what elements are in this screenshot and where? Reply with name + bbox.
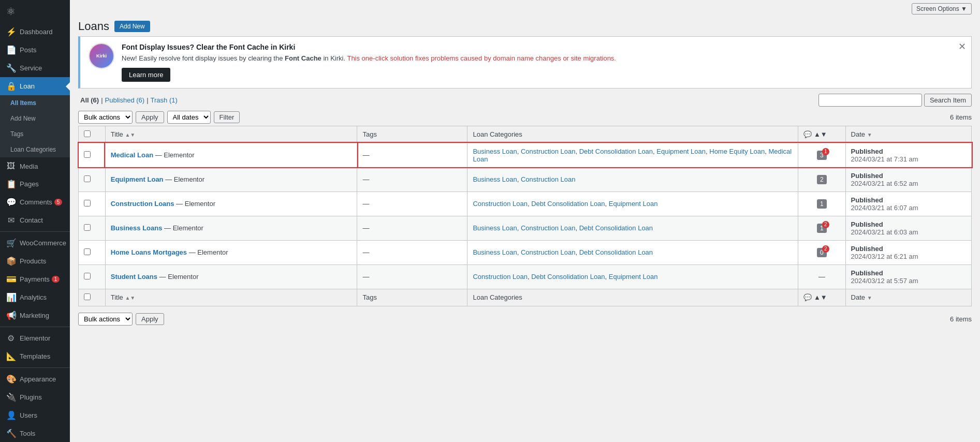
row-title-cell: Equipment Loan — Elementor xyxy=(105,167,357,191)
sidebar-item-tools[interactable]: 🔨 Tools xyxy=(0,424,70,442)
filter-button-top[interactable]: Filter xyxy=(214,111,240,123)
date-sort-link-bottom[interactable]: Date ▼ xyxy=(851,293,872,301)
sidebar-item-posts[interactable]: 📄 Posts xyxy=(0,41,70,59)
payments-icon: 💳 xyxy=(6,274,16,284)
category-link[interactable]: Construction Loan xyxy=(473,200,528,208)
sidebar-item-woocommerce[interactable]: 🛒 WooCommerce xyxy=(0,234,70,252)
comment-badge[interactable]: 02 xyxy=(817,248,827,257)
sidebar-item-dashboard[interactable]: ⚡ Dashboard xyxy=(0,23,70,41)
row-title-link[interactable]: Construction Loans xyxy=(111,200,174,208)
bulk-actions-select-bottom[interactable]: Bulk actions xyxy=(78,313,133,326)
category-link[interactable]: Debt Consolidation Loan xyxy=(579,148,653,155)
category-link[interactable]: Construction Loan xyxy=(521,224,576,232)
service-icon: 🔧 xyxy=(6,63,16,73)
sidebar-item-plugins[interactable]: 🔌 Plugins xyxy=(0,388,70,406)
sidebar-item-service[interactable]: 🔧 Service xyxy=(0,59,70,77)
col-footer-tags: Tags xyxy=(357,289,467,306)
submenu-tags[interactable]: Tags xyxy=(0,126,70,142)
sidebar-divider-1 xyxy=(0,231,70,232)
sidebar-item-appearance[interactable]: 🎨 Appearance xyxy=(0,370,70,388)
row-comments-cell: 31 xyxy=(798,143,845,167)
search-button[interactable]: Search Item xyxy=(924,94,972,107)
appearance-icon: 🎨 xyxy=(6,374,16,384)
sidebar-item-comments[interactable]: 💬 Comments 5 xyxy=(0,193,70,211)
row-checkbox[interactable] xyxy=(84,248,91,255)
apply-button-bottom[interactable]: Apply xyxy=(136,313,164,325)
select-all-checkbox[interactable] xyxy=(84,130,91,137)
category-link[interactable]: Construction Loan xyxy=(521,148,576,155)
title-sort-link[interactable]: Title ▲▼ xyxy=(111,130,136,138)
row-date-cell: Published2024/03/21 at 7:31 am xyxy=(845,143,971,167)
sidebar-item-elementor[interactable]: ⚙ Elementor xyxy=(0,329,70,347)
dates-select[interactable]: All dates xyxy=(167,111,211,124)
category-link[interactable]: Debt Consolidation Loan xyxy=(579,248,653,256)
bulk-actions-select-top[interactable]: Bulk actions xyxy=(78,111,133,124)
filter-trash[interactable]: Trash (1) xyxy=(149,96,180,104)
category-link[interactable]: Debt Consolidation Loan xyxy=(579,224,653,232)
submenu-add-new[interactable]: Add New xyxy=(0,111,70,126)
category-link[interactable]: Construction Loan xyxy=(521,175,576,183)
submenu-all-items[interactable]: All Items xyxy=(0,95,70,111)
sidebar-item-loan[interactable]: 🔒 Loan xyxy=(0,77,70,95)
apply-button-top[interactable]: Apply xyxy=(136,111,164,123)
row-title-link[interactable]: Medical Loan xyxy=(111,151,153,159)
row-checkbox[interactable] xyxy=(84,200,91,207)
screen-options-button[interactable]: Screen Options ▼ xyxy=(912,3,972,14)
comment-badge[interactable]: 2 xyxy=(817,175,827,184)
row-title-link[interactable]: Student Loans xyxy=(111,273,157,281)
category-link[interactable]: Equipment Loan xyxy=(656,148,706,155)
comment-badge[interactable]: 12 xyxy=(817,224,827,233)
comment-badge[interactable]: 1 xyxy=(817,199,827,209)
filter-published[interactable]: Published (6) xyxy=(103,96,147,104)
select-all-checkbox-bottom[interactable] xyxy=(84,293,91,300)
date-value: 2024/03/12 at 5:57 am xyxy=(851,277,918,285)
row-checkbox[interactable] xyxy=(84,224,91,231)
category-link[interactable]: Construction Loan xyxy=(521,248,576,256)
row-title-link[interactable]: Home Loans Mortgages xyxy=(111,248,187,256)
row-tags-cell: — xyxy=(357,264,467,289)
row-title-link[interactable]: Equipment Loan xyxy=(111,175,164,183)
title-sort-link-bottom[interactable]: Title ▲▼ xyxy=(111,293,136,301)
col-header-check xyxy=(79,126,106,143)
learn-more-button[interactable]: Learn more xyxy=(122,68,170,82)
category-link[interactable]: Debt Consolidation Loan xyxy=(531,200,605,208)
sidebar-item-payments[interactable]: 💳 Payments 1 xyxy=(0,270,70,288)
add-new-button[interactable]: Add New xyxy=(114,21,150,32)
posts-icon: 📄 xyxy=(6,45,16,55)
row-checkbox[interactable] xyxy=(84,273,91,279)
sidebar-item-analytics[interactable]: 📊 Analytics xyxy=(0,288,70,306)
date-status: Published xyxy=(851,220,883,228)
category-link[interactable]: Business Loan xyxy=(473,248,517,256)
comment-notif: 2 xyxy=(822,221,829,228)
search-input[interactable] xyxy=(818,94,922,107)
submenu-loan-categories[interactable]: Loan Categories xyxy=(0,142,70,157)
sidebar-item-pages[interactable]: 📋 Pages xyxy=(0,175,70,193)
category-link[interactable]: Business Loan xyxy=(473,175,517,183)
sidebar-item-media[interactable]: 🖼 Media xyxy=(0,157,70,175)
category-link[interactable]: Construction Loan xyxy=(473,273,528,281)
date-sort-link[interactable]: Date ▼ xyxy=(851,130,872,138)
date-value: 2024/03/21 at 7:31 am xyxy=(851,155,918,163)
filter-all[interactable]: All (6) xyxy=(78,96,101,104)
category-link[interactable]: Home Equity Loan xyxy=(709,148,765,155)
category-link[interactable]: Equipment Loan xyxy=(609,273,658,281)
comment-badge[interactable]: 31 xyxy=(817,151,827,160)
category-link[interactable]: Equipment Loan xyxy=(609,200,658,208)
sidebar-item-products[interactable]: 📦 Products xyxy=(0,252,70,270)
row-checkbox[interactable] xyxy=(84,151,91,158)
category-link[interactable]: Debt Consolidation Loan xyxy=(531,273,605,281)
category-link[interactable]: Business Loan xyxy=(473,224,517,232)
row-checkbox-cell xyxy=(79,216,106,240)
sidebar-item-users[interactable]: 👤 Users xyxy=(0,406,70,424)
row-checkbox[interactable] xyxy=(84,175,91,182)
date-value: 2024/03/21 at 6:07 am xyxy=(851,204,918,212)
row-title-link[interactable]: Business Loans xyxy=(111,224,163,232)
sidebar-item-templates[interactable]: 📐 Templates xyxy=(0,347,70,365)
table-header-row: Title ▲▼ Tags Loan Categories 💬 ▲▼ Date … xyxy=(79,126,972,143)
sidebar-item-marketing[interactable]: 📢 Marketing xyxy=(0,306,70,325)
sidebar-item-contact[interactable]: ✉ Contact xyxy=(0,211,70,229)
category-link[interactable]: Business Loan xyxy=(473,148,517,155)
row-categories-cell: Business Loan, Construction Loan, Debt C… xyxy=(467,216,798,240)
notice-close-button[interactable]: ✕ xyxy=(958,42,966,51)
sidebar: ⚛ ⚡ Dashboard 📄 Posts 🔧 Service 🔒 Loan A… xyxy=(0,0,70,442)
